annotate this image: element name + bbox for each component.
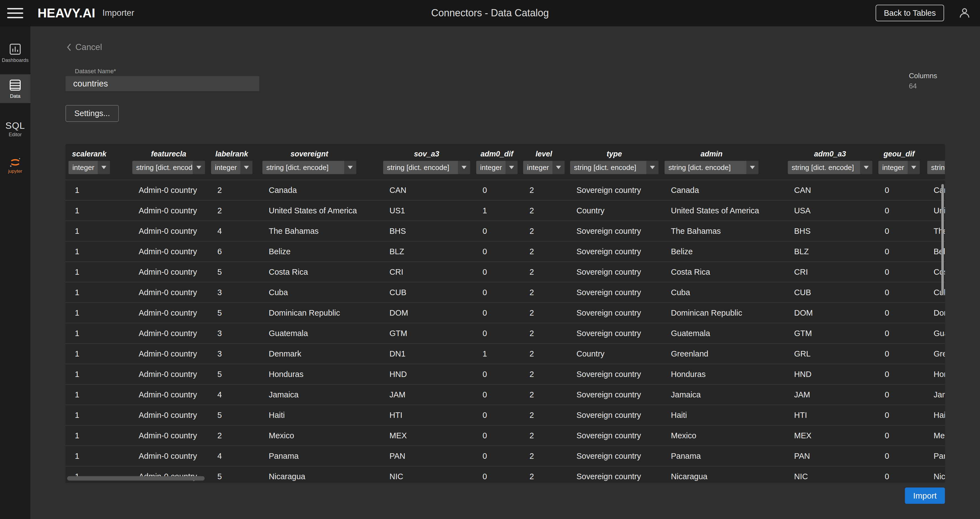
table-cell: 5 bbox=[208, 466, 259, 483]
table-cell: 2 bbox=[520, 262, 567, 282]
table-cell: Admin-0 country bbox=[129, 221, 208, 241]
table-cell: Belize bbox=[662, 242, 785, 261]
dataset-name-input[interactable] bbox=[65, 76, 259, 91]
table-cell: DN1 bbox=[380, 344, 473, 364]
column-type-select[interactable]: string [dict. encode] bbox=[788, 161, 872, 174]
columns-info: Columns 64 bbox=[909, 72, 937, 91]
column-name: admin bbox=[700, 150, 722, 158]
table-cell: 0 bbox=[875, 364, 924, 384]
table-cell: 1 bbox=[65, 201, 129, 221]
column-type-select[interactable]: integer bbox=[476, 161, 518, 174]
table-cell: The Bahamas bbox=[259, 221, 380, 241]
table-cell: 3 bbox=[208, 344, 259, 364]
table-cell: 2 bbox=[208, 201, 259, 221]
column-header-scalerank: scalerankinteger bbox=[65, 144, 129, 180]
column-type-select[interactable]: string [dict. encode] bbox=[383, 161, 470, 174]
table-cell: 1 bbox=[65, 405, 129, 425]
back-to-tables-button[interactable]: Back to Tables bbox=[876, 5, 944, 21]
column-type-select[interactable]: string [dict. encode] bbox=[132, 161, 205, 174]
column-header-labelrank: labelrankinteger bbox=[208, 144, 259, 180]
dashboards-icon bbox=[9, 43, 22, 56]
table-cell: Haiti bbox=[924, 405, 945, 425]
sidebar-item-sql-editor[interactable]: SQL Editor bbox=[0, 116, 30, 142]
column-type-select[interactable]: integer bbox=[878, 161, 920, 174]
column-type-select[interactable]: string [dict. encode] bbox=[262, 161, 356, 174]
user-profile-icon[interactable] bbox=[958, 7, 970, 19]
column-type-value: integer bbox=[211, 163, 240, 172]
table-cell: Dominican Republic bbox=[662, 303, 785, 323]
table-cell: 2 bbox=[520, 385, 567, 404]
column-type-select[interactable]: string [dict. encode] bbox=[570, 161, 659, 174]
table-cell: Admin-0 country bbox=[129, 364, 208, 384]
table-cell: JAM bbox=[380, 385, 473, 404]
column-header-sovereignt: sovereigntstring [dict. encode] bbox=[259, 144, 380, 180]
table-cell: Sovereign country bbox=[567, 303, 662, 323]
table-cell: 0 bbox=[473, 303, 520, 323]
table-cell: 2 bbox=[520, 180, 567, 200]
column-header-adm0_dif: adm0_difinteger bbox=[473, 144, 520, 180]
table-cell: 0 bbox=[473, 323, 520, 343]
table-cell: Honduras bbox=[259, 364, 380, 384]
import-button[interactable]: Import bbox=[905, 487, 945, 504]
table-cell: 0 bbox=[875, 323, 924, 343]
table-cell: Mexico bbox=[662, 426, 785, 446]
dataset-name-field: Dataset Name* bbox=[65, 68, 259, 91]
column-type-select[interactable]: string [dict. encode] bbox=[927, 161, 945, 174]
table-cell: 0 bbox=[875, 466, 924, 483]
table-cell: Sovereign country bbox=[567, 180, 662, 200]
horizontal-scrollbar[interactable] bbox=[67, 476, 205, 481]
column-type-value: string [dict. encode] bbox=[132, 163, 193, 172]
sidebar-item-label: Dashboards bbox=[2, 57, 29, 63]
table-cell: 0 bbox=[875, 303, 924, 323]
table-cell: 0 bbox=[473, 385, 520, 404]
column-type-value: string [dict. encode] bbox=[788, 163, 860, 172]
table-cell: 4 bbox=[208, 385, 259, 404]
settings-button[interactable]: Settings... bbox=[65, 105, 119, 122]
table-cell: Haiti bbox=[662, 405, 785, 425]
column-name: featurecla bbox=[151, 150, 186, 158]
table-cell: Nicaragua bbox=[924, 466, 945, 483]
table-cell: Jamaica bbox=[259, 385, 380, 404]
table-cell: 0 bbox=[875, 282, 924, 302]
table-cell: Honduras bbox=[924, 364, 945, 384]
table-cell: 1 bbox=[65, 364, 129, 384]
sidebar-item-dashboards[interactable]: Dashboards bbox=[0, 38, 30, 67]
table-cell: CAN bbox=[380, 180, 473, 200]
chevron-down-icon bbox=[860, 161, 872, 174]
hamburger-menu-icon[interactable] bbox=[0, 0, 30, 26]
table-row: 1Admin-0 country6BelizeBLZ02Sovereign co… bbox=[65, 242, 945, 262]
table-row: 1Admin-0 country5HondurasHND02Sovereign … bbox=[65, 364, 945, 385]
table-cell: Country bbox=[567, 344, 662, 364]
chevron-down-icon bbox=[98, 161, 110, 174]
sidebar-item-jupyter[interactable]: jupyter bbox=[0, 153, 30, 178]
column-type-select[interactable]: integer bbox=[211, 161, 253, 174]
table-cell: United States of America bbox=[662, 201, 785, 221]
vertical-scrollbar[interactable] bbox=[941, 184, 944, 295]
sidebar-item-data[interactable]: Data bbox=[0, 74, 30, 103]
table-row: 1Admin-0 country3DenmarkDN112CountryGree… bbox=[65, 344, 945, 364]
column-type-select[interactable]: integer bbox=[523, 161, 565, 174]
table-cell: Honduras bbox=[662, 364, 785, 384]
table-cell: 2 bbox=[520, 221, 567, 241]
table-cell: 0 bbox=[875, 385, 924, 404]
column-type-select[interactable]: string [dict. encode] bbox=[665, 161, 759, 174]
table-cell: CAN bbox=[785, 180, 875, 200]
table-cell: Costa Rica bbox=[662, 262, 785, 282]
table-cell: 1 bbox=[65, 282, 129, 302]
table-cell: 1 bbox=[65, 303, 129, 323]
column-type-select[interactable]: integer bbox=[68, 161, 110, 174]
table-cell: Admin-0 country bbox=[129, 262, 208, 282]
table-cell: 2 bbox=[520, 323, 567, 343]
column-header-adm0_a3: adm0_a3string [dict. encode] bbox=[785, 144, 875, 180]
table-cell: Admin-0 country bbox=[129, 405, 208, 425]
table-cell: Sovereign country bbox=[567, 262, 662, 282]
table-cell: HND bbox=[785, 364, 875, 384]
table-cell: US1 bbox=[380, 201, 473, 221]
column-name: level bbox=[536, 150, 552, 158]
chevron-down-icon bbox=[908, 161, 920, 174]
columns-label: Columns bbox=[909, 72, 937, 80]
table-row: 1Admin-0 country4The BahamasBHS02Soverei… bbox=[65, 221, 945, 242]
table-cell: 0 bbox=[875, 446, 924, 466]
table-cell: Guatemala bbox=[259, 323, 380, 343]
cancel-link[interactable]: Cancel bbox=[65, 42, 102, 52]
